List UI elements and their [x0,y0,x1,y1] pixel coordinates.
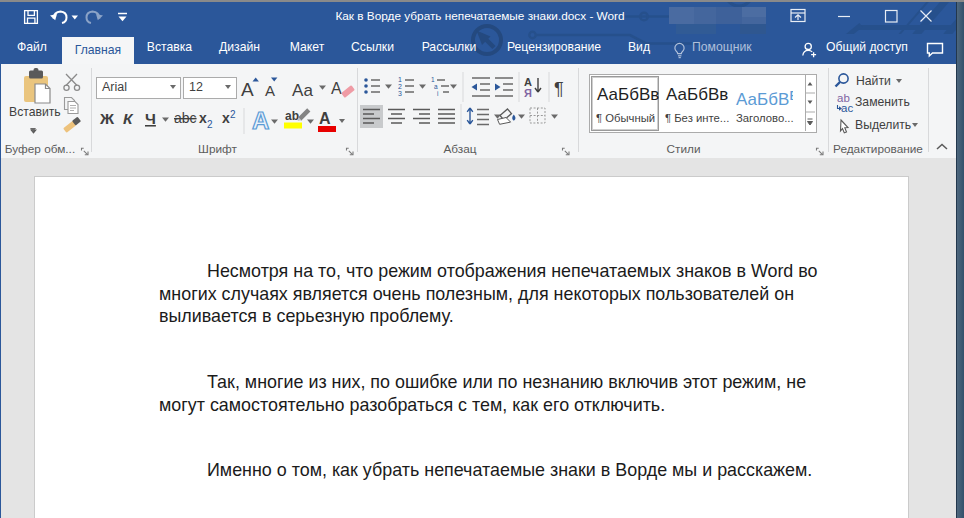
svg-text:i: i [437,90,438,97]
svg-text:a: a [434,83,438,90]
svg-text:Аа: Аа [292,81,314,100]
svg-text:А: А [265,82,275,99]
svg-text:1: 1 [398,76,402,83]
svg-text:2: 2 [230,109,236,120]
svg-text:А: А [252,107,269,134]
svg-text:2: 2 [398,83,402,90]
svg-text:Ж: Ж [99,110,115,127]
svg-text:А: А [319,110,331,127]
svg-text:x: x [222,110,230,126]
svg-text:abc: abc [174,110,197,126]
svg-text:¶: ¶ [554,79,564,99]
svg-text:2: 2 [207,119,213,130]
svg-text:А: А [241,79,254,100]
svg-text:К: К [123,110,134,127]
svg-text:x: x [199,110,207,126]
svg-text:ab: ab [285,109,299,123]
svg-text:1: 1 [431,76,435,83]
svg-text:ac: ac [841,102,853,114]
svg-text:Ч: Ч [145,110,156,127]
svg-text:Я: Я [524,87,532,99]
svg-text:А: А [331,80,342,97]
svg-text:3: 3 [398,90,402,97]
